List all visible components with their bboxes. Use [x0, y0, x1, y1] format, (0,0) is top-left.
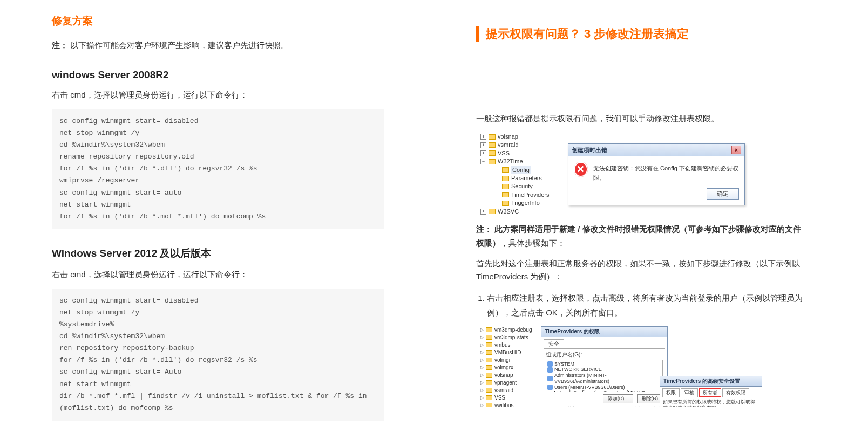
- perm-intro: 一般这种报错都是提示权限有问题，我们可以手动修改注册表权限。: [476, 112, 809, 125]
- note-text: 以下操作可能会对客户环境产生影响，建议客户先进行快照。: [70, 40, 289, 50]
- instr-2008: 右击 cmd，选择以管理员身份运行，运行以下命令行：: [52, 88, 384, 101]
- close-icon[interactable]: ×: [731, 146, 741, 154]
- tab-security[interactable]: 安全: [544, 339, 564, 348]
- permission-heading: 提示权限有问题？ 3 步修改注册表搞定: [476, 26, 809, 42]
- permissions-dialog: TimeProviders 的权限 安全 组或用户名(G): SYSTEMNET…: [541, 326, 668, 407]
- adv-tab-audit[interactable]: 审核: [681, 388, 698, 397]
- perm-dialog-title: TimeProviders 的权限: [541, 327, 667, 337]
- adv-tab-perm[interactable]: 权限: [662, 388, 680, 397]
- registry-tree: +volsnap +vsmraid +VSS −W32Time Config P…: [480, 133, 550, 216]
- illustration-error-dialog: +volsnap +vsmraid +VSS −W32Time Config P…: [476, 133, 809, 208]
- illustration-permissions: ▷vm3dmp-debug▷vm3dmp-stats▷vmbus▷VMBusHI…: [476, 326, 809, 407]
- perm-user-list[interactable]: SYSTEMNETWORK SERVICEAdministrators (MIN…: [546, 360, 663, 392]
- adv-tab-effective[interactable]: 有效权限: [722, 388, 749, 397]
- adv-tab-owner[interactable]: 所有者: [699, 388, 721, 397]
- remove-button[interactable]: 删除(R): [637, 394, 663, 403]
- fix-plan-heading: 修复方案: [52, 14, 384, 28]
- advanced-security-dialog: TimeProviders 的高级安全设置 权限 审核 所有者 有效权限 如果您…: [660, 376, 762, 407]
- note2-tail: ，具体步骤如下：: [500, 238, 565, 248]
- instr-2012: 右击 cmd，选择以管理员身份运行，运行以下命令行：: [52, 268, 384, 281]
- fix-note: 注： 以下操作可能会对客户环境产生影响，建议客户先进行快照。: [52, 39, 384, 52]
- code-2008: sc config winmgmt start= disabled net st…: [52, 109, 384, 229]
- perm-low-label: SYSTEM 的权限(P): [546, 406, 588, 407]
- compare-instruction: 首先比对这个注册表和正常服务器的权限，如果不一致，按如下步骤进行修改（以下示例以…: [476, 257, 809, 283]
- perm-allow-col: 允许: [634, 406, 643, 407]
- note-label: 注：: [52, 40, 68, 50]
- code-2012: sc config winmgmt start= disabled net st…: [52, 289, 384, 421]
- step-1: 右击相应注册表，选择权限，点击高级，将所有者改为当前登录的用户（示例以管理员为例…: [487, 291, 809, 320]
- note-2: 注： 此方案同样适用于新建 / 修改文件时报错无权限情况（可参考如下步骤修改对应…: [476, 222, 809, 251]
- add-button[interactable]: 添加(D)...: [603, 394, 633, 403]
- heading-2012: Windows Server 2012 及以后版本: [52, 246, 384, 260]
- perm-groups-label: 组或用户名(G):: [546, 351, 663, 359]
- dialog-title: 创建项时出错: [572, 146, 607, 154]
- adv-note-text: 如果您有所需的权限或特权，您就可以取得或分配这个对象的所有权。: [660, 397, 762, 407]
- adv-title: TimeProviders 的高级安全设置: [660, 376, 762, 387]
- registry-tree-2: ▷vm3dmp-debug▷vm3dmp-stats▷vmbus▷VMBusHI…: [480, 326, 532, 407]
- ok-button[interactable]: 确定: [707, 188, 739, 200]
- note2-label: 注：: [476, 224, 492, 234]
- heading-2008r2: windows Server 2008R2: [52, 69, 384, 81]
- dialog-message: 无法创建密钥：您没有在 Config 下创建新密钥的必要权限。: [593, 162, 739, 182]
- error-icon: ✕: [574, 162, 588, 177]
- error-dialog: 创建项时出错 × ✕ 无法创建密钥：您没有在 Config 下创建新密钥的必要权…: [568, 143, 745, 205]
